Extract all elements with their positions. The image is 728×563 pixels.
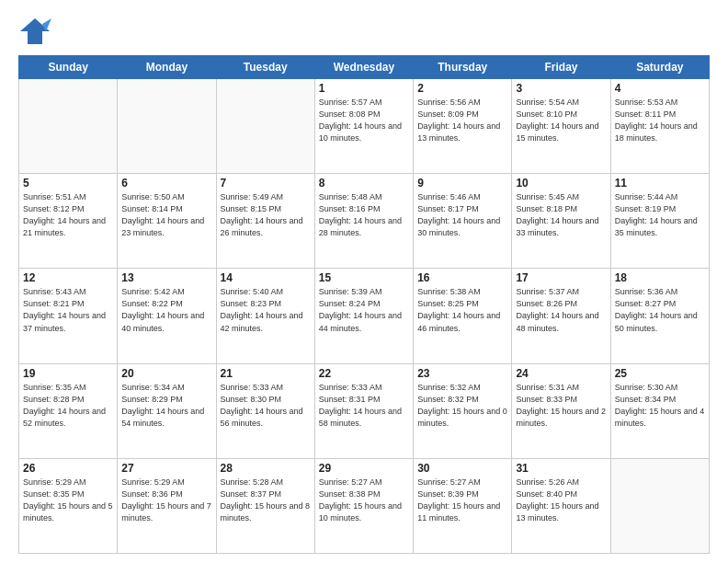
calendar-cell: 20Sunrise: 5:34 AM Sunset: 8:29 PM Dayli… (118, 363, 216, 458)
day-info: Sunrise: 5:33 AM Sunset: 8:30 PM Dayligh… (221, 382, 311, 430)
day-info: Sunrise: 5:27 AM Sunset: 8:38 PM Dayligh… (319, 477, 409, 524)
calendar-cell: 17Sunrise: 5:37 AM Sunset: 8:26 PM Dayli… (512, 269, 610, 363)
day-number: 23 (417, 367, 507, 380)
calendar-cell: 21Sunrise: 5:33 AM Sunset: 8:30 PM Dayli… (216, 363, 314, 458)
day-number: 7 (221, 177, 311, 190)
calendar-week-3: 12Sunrise: 5:43 AM Sunset: 8:21 PM Dayli… (19, 269, 710, 363)
calendar-cell: 27Sunrise: 5:29 AM Sunset: 8:36 PM Dayli… (118, 458, 216, 553)
day-info: Sunrise: 5:40 AM Sunset: 8:23 PM Dayligh… (221, 286, 311, 334)
calendar-cell: 25Sunrise: 5:30 AM Sunset: 8:34 PM Dayli… (610, 363, 709, 458)
day-info: Sunrise: 5:29 AM Sunset: 8:36 PM Dayligh… (121, 477, 211, 524)
calendar-cell: 31Sunrise: 5:26 AM Sunset: 8:40 PM Dayli… (512, 458, 610, 553)
calendar-cell: 29Sunrise: 5:27 AM Sunset: 8:38 PM Dayli… (314, 458, 413, 553)
calendar-cell: 18Sunrise: 5:36 AM Sunset: 8:27 PM Dayli… (610, 269, 709, 363)
day-number: 30 (417, 462, 507, 475)
calendar-cell: 13Sunrise: 5:42 AM Sunset: 8:22 PM Dayli… (118, 269, 216, 363)
day-info: Sunrise: 5:34 AM Sunset: 8:29 PM Dayligh… (121, 382, 211, 430)
calendar-cell: 11Sunrise: 5:44 AM Sunset: 8:19 PM Dayli… (610, 174, 709, 269)
calendar-week-1: 1Sunrise: 5:57 AM Sunset: 8:08 PM Daylig… (19, 79, 710, 174)
day-number: 8 (319, 177, 409, 190)
weekday-header-monday: Monday (118, 56, 216, 79)
day-number: 31 (516, 462, 606, 475)
calendar-cell: 22Sunrise: 5:33 AM Sunset: 8:31 PM Dayli… (314, 363, 413, 458)
day-number: 4 (615, 82, 705, 95)
calendar-cell: 23Sunrise: 5:32 AM Sunset: 8:32 PM Dayli… (414, 363, 512, 458)
day-number: 2 (417, 82, 507, 95)
calendar-cell: 2Sunrise: 5:56 AM Sunset: 8:09 PM Daylig… (414, 79, 512, 174)
calendar-table: SundayMondayTuesdayWednesdayThursdayFrid… (18, 55, 710, 554)
day-info: Sunrise: 5:35 AM Sunset: 8:28 PM Dayligh… (23, 382, 113, 430)
header (18, 15, 710, 48)
day-number: 16 (417, 271, 507, 284)
calendar-cell (118, 79, 216, 174)
day-info: Sunrise: 5:50 AM Sunset: 8:14 PM Dayligh… (121, 191, 211, 239)
day-info: Sunrise: 5:53 AM Sunset: 8:11 PM Dayligh… (615, 97, 705, 144)
calendar-week-5: 26Sunrise: 5:29 AM Sunset: 8:35 PM Dayli… (19, 458, 710, 553)
calendar-cell: 5Sunrise: 5:51 AM Sunset: 8:12 PM Daylig… (19, 174, 118, 269)
page: SundayMondayTuesdayWednesdayThursdayFrid… (0, 0, 728, 563)
day-number: 12 (23, 271, 113, 284)
weekday-header-tuesday: Tuesday (216, 56, 314, 79)
day-number: 24 (516, 367, 606, 380)
day-info: Sunrise: 5:43 AM Sunset: 8:21 PM Dayligh… (23, 286, 113, 334)
calendar-cell: 15Sunrise: 5:39 AM Sunset: 8:24 PM Dayli… (314, 269, 413, 363)
day-number: 3 (516, 82, 606, 95)
calendar-cell: 9Sunrise: 5:46 AM Sunset: 8:17 PM Daylig… (414, 174, 512, 269)
calendar-cell: 19Sunrise: 5:35 AM Sunset: 8:28 PM Dayli… (19, 363, 118, 458)
day-info: Sunrise: 5:57 AM Sunset: 8:08 PM Dayligh… (319, 97, 409, 144)
weekday-header-row: SundayMondayTuesdayWednesdayThursdayFrid… (19, 56, 710, 79)
weekday-header-saturday: Saturday (610, 56, 709, 79)
calendar-week-4: 19Sunrise: 5:35 AM Sunset: 8:28 PM Dayli… (19, 363, 710, 458)
day-info: Sunrise: 5:46 AM Sunset: 8:17 PM Dayligh… (417, 191, 507, 239)
calendar-cell: 6Sunrise: 5:50 AM Sunset: 8:14 PM Daylig… (118, 174, 216, 269)
day-number: 22 (319, 367, 409, 380)
calendar-cell: 4Sunrise: 5:53 AM Sunset: 8:11 PM Daylig… (610, 79, 709, 174)
day-info: Sunrise: 5:38 AM Sunset: 8:25 PM Dayligh… (417, 286, 507, 334)
day-number: 20 (121, 367, 211, 380)
day-number: 6 (121, 177, 211, 190)
calendar-cell: 1Sunrise: 5:57 AM Sunset: 8:08 PM Daylig… (314, 79, 413, 174)
calendar-cell: 8Sunrise: 5:48 AM Sunset: 8:16 PM Daylig… (314, 174, 413, 269)
logo (18, 15, 55, 48)
calendar-cell: 7Sunrise: 5:49 AM Sunset: 8:15 PM Daylig… (216, 174, 314, 269)
calendar-cell (216, 79, 314, 174)
day-number: 25 (615, 367, 705, 380)
calendar-cell: 24Sunrise: 5:31 AM Sunset: 8:33 PM Dayli… (512, 363, 610, 458)
day-info: Sunrise: 5:39 AM Sunset: 8:24 PM Dayligh… (319, 286, 409, 334)
calendar-cell: 3Sunrise: 5:54 AM Sunset: 8:10 PM Daylig… (512, 79, 610, 174)
calendar-cell: 28Sunrise: 5:28 AM Sunset: 8:37 PM Dayli… (216, 458, 314, 553)
day-info: Sunrise: 5:45 AM Sunset: 8:18 PM Dayligh… (516, 191, 606, 239)
calendar-cell (610, 458, 709, 553)
day-info: Sunrise: 5:31 AM Sunset: 8:33 PM Dayligh… (516, 382, 606, 430)
day-info: Sunrise: 5:56 AM Sunset: 8:09 PM Dayligh… (417, 97, 507, 144)
weekday-header-sunday: Sunday (19, 56, 118, 79)
day-number: 18 (615, 271, 705, 284)
day-info: Sunrise: 5:54 AM Sunset: 8:10 PM Dayligh… (516, 97, 606, 144)
day-info: Sunrise: 5:51 AM Sunset: 8:12 PM Dayligh… (23, 191, 113, 239)
calendar-cell: 30Sunrise: 5:27 AM Sunset: 8:39 PM Dayli… (414, 458, 512, 553)
calendar-cell: 14Sunrise: 5:40 AM Sunset: 8:23 PM Dayli… (216, 269, 314, 363)
day-info: Sunrise: 5:44 AM Sunset: 8:19 PM Dayligh… (615, 191, 705, 239)
day-number: 17 (516, 271, 606, 284)
day-number: 28 (221, 462, 311, 475)
day-info: Sunrise: 5:27 AM Sunset: 8:39 PM Dayligh… (417, 477, 507, 524)
day-info: Sunrise: 5:33 AM Sunset: 8:31 PM Dayligh… (319, 382, 409, 430)
day-info: Sunrise: 5:28 AM Sunset: 8:37 PM Dayligh… (221, 477, 311, 524)
day-number: 21 (221, 367, 311, 380)
day-info: Sunrise: 5:36 AM Sunset: 8:27 PM Dayligh… (615, 286, 705, 334)
calendar-cell: 10Sunrise: 5:45 AM Sunset: 8:18 PM Dayli… (512, 174, 610, 269)
weekday-header-friday: Friday (512, 56, 610, 79)
calendar-cell: 16Sunrise: 5:38 AM Sunset: 8:25 PM Dayli… (414, 269, 512, 363)
weekday-header-thursday: Thursday (414, 56, 512, 79)
day-number: 10 (516, 177, 606, 190)
day-info: Sunrise: 5:48 AM Sunset: 8:16 PM Dayligh… (319, 191, 409, 239)
day-info: Sunrise: 5:49 AM Sunset: 8:15 PM Dayligh… (221, 191, 311, 239)
day-number: 15 (319, 271, 409, 284)
day-info: Sunrise: 5:32 AM Sunset: 8:32 PM Dayligh… (417, 382, 507, 430)
day-number: 11 (615, 177, 705, 190)
calendar-cell: 26Sunrise: 5:29 AM Sunset: 8:35 PM Dayli… (19, 458, 118, 553)
day-number: 29 (319, 462, 409, 475)
calendar-cell: 12Sunrise: 5:43 AM Sunset: 8:21 PM Dayli… (19, 269, 118, 363)
logo-icon (18, 15, 51, 48)
calendar-cell (19, 79, 118, 174)
